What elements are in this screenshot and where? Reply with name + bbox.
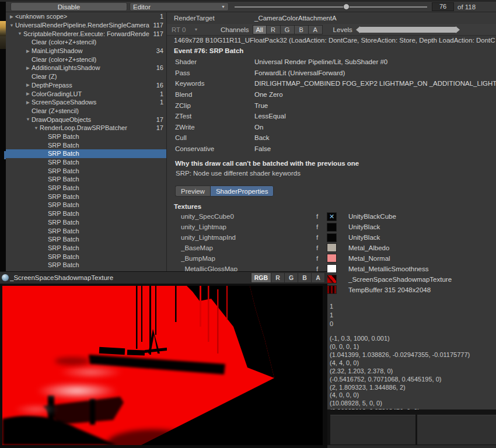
tree-row-label: <unknown scope> [15, 13, 158, 20]
frame-slider[interactable] [235, 3, 427, 11]
tree-row-label: SRP Batch [48, 167, 161, 174]
tree-row[interactable]: SRP Batch [6, 218, 166, 227]
tree-row[interactable]: SRP Batch [6, 209, 166, 218]
tree-row[interactable]: SRP Batch [6, 184, 166, 192]
texture-thumbnail[interactable]: ✕ [327, 212, 337, 221]
foldout-collapsed-icon[interactable]: ▶ [25, 65, 32, 71]
event-title: Event #76: SRP Batch [167, 46, 496, 57]
tree-row[interactable]: ▶ColorGradingLUT1 [6, 89, 166, 98]
frame-number-field[interactable]: 76 [432, 2, 454, 11]
texture-row[interactable]: _BumpMapfMetal_Normal [167, 253, 496, 264]
frame-debugger-toolbar: Disable Editor ▼ 76 of 118 [6, 2, 496, 12]
tree-row[interactable]: SRP Batch [6, 226, 166, 235]
channel-button-b[interactable]: B [298, 272, 312, 283]
levels-slider-max-handle[interactable] [456, 26, 460, 33]
float-value: 1 [330, 302, 496, 311]
foldout-expanded-icon[interactable]: ▼ [16, 31, 23, 36]
texture-format-flag: f [316, 255, 327, 262]
channel-button-a[interactable]: A [309, 25, 323, 34]
disable-button[interactable]: Disable [11, 2, 127, 11]
tree-row[interactable]: SRP Batch [6, 149, 166, 158]
tree-row-label: MainLightShadow [32, 47, 154, 54]
foldout-collapsed-icon[interactable]: ▶ [8, 14, 15, 19]
tree-row[interactable]: Clear (Z+stencil) [6, 107, 166, 116]
texture-thumbnail[interactable] [327, 223, 337, 232]
tree-row[interactable]: ▼UniversalRenderPipeline.RenderSingleCam… [6, 21, 166, 30]
foldout-expanded-icon[interactable]: ▼ [33, 125, 40, 131]
foldout-expanded-icon[interactable]: ▼ [8, 23, 15, 28]
tree-row[interactable]: Clear (color+Z+stencil) [6, 55, 166, 64]
foldout-collapsed-icon[interactable]: ▶ [25, 48, 32, 54]
tree-row[interactable]: ▶MainLightShadow34 [6, 47, 166, 55]
detail-tabs: PreviewShaderProperties [175, 186, 496, 197]
tree-row[interactable]: SRP Batch [6, 252, 166, 261]
channel-button-r[interactable]: R [271, 272, 285, 283]
tree-row[interactable]: ▶ScreenSpaceShadows1 [6, 98, 166, 107]
frame-slider-handle[interactable] [343, 4, 350, 10]
texture-thumbnail[interactable] [327, 285, 337, 294]
tree-row[interactable]: SRP Batch [6, 141, 166, 149]
tree-row-label: SRP Batch [48, 142, 161, 149]
vector-value: (1.041399, 1.038826, -0.02947355, -0.011… [330, 351, 496, 359]
levels-slider-range[interactable] [359, 27, 456, 33]
tree-row[interactable]: SRP Batch [6, 166, 166, 175]
channel-button-all[interactable]: All [253, 25, 267, 34]
texture-thumbnail[interactable] [327, 264, 337, 273]
vectors-block: (-1, 0.3, 1000, 0.001)(0, 0, 0, 1)(1.041… [330, 335, 496, 416]
channel-button-g[interactable]: G [285, 272, 298, 283]
float-value: 1 [330, 311, 496, 320]
texture-row[interactable]: unity_LightmapfUnityBlack [167, 222, 496, 232]
tree-row[interactable]: SRP Batch [6, 175, 166, 184]
tree-row[interactable]: SRP Batch [6, 201, 166, 209]
tab-preview[interactable]: Preview [175, 186, 210, 197]
tree-row[interactable]: ▼ScriptableRenderer.Execute: ForwardRend… [6, 29, 166, 38]
backdrop-wood-texture [0, 21, 6, 36]
levels-slider[interactable] [356, 26, 460, 33]
tree-row[interactable]: SRP Batch [6, 192, 166, 201]
foldout-collapsed-icon[interactable]: ▶ [25, 100, 32, 105]
target-dropdown[interactable]: Editor ▼ [130, 2, 229, 11]
texture-thumbnail[interactable] [327, 254, 337, 262]
rt-index-dropdown[interactable]: RT 0 ▼ [172, 26, 204, 33]
property-row: ShaderUniversal Render Pipeline/Lit, Sub… [167, 57, 496, 68]
selection-bleed [4, 151, 6, 159]
foldout-expanded-icon[interactable]: ▼ [25, 117, 32, 122]
channel-button-r[interactable]: R [267, 25, 281, 34]
tree-row[interactable]: SRP Batch [6, 132, 166, 141]
foldout-collapsed-icon[interactable]: ▶ [25, 91, 32, 96]
tree-row[interactable]: SRP Batch [6, 261, 166, 270]
channel-button-b[interactable]: B [295, 25, 309, 34]
channel-button-g[interactable]: G [281, 25, 295, 34]
texture-row[interactable]: _BaseMapfMetal_Albedo [167, 243, 496, 253]
rt-index-label: RT 0 [172, 26, 186, 33]
vector-value: (2.32, 1.203, 2.378, 0) [330, 368, 496, 376]
tree-row[interactable]: SRP Batch [6, 158, 166, 167]
property-value: Universal Render Pipeline/Lit, SubShader… [254, 58, 387, 65]
property-value: One Zero [254, 91, 283, 98]
tree-row[interactable]: Clear (color+Z+stencil) [6, 38, 166, 47]
texture-row[interactable]: unity_SpecCube0f✕UnityBlackCube [167, 211, 496, 222]
tree-row[interactable]: ▶AdditionalLightsShadow16 [6, 64, 166, 72]
texture-format-flag: f [316, 223, 327, 230]
tab-shaderproperties[interactable]: ShaderProperties [210, 186, 274, 197]
shadowmap-preview-image[interactable] [0, 284, 327, 448]
channel-button-rgb[interactable]: RGB [251, 272, 271, 283]
tree-row[interactable]: Clear (Z) [6, 72, 166, 81]
tree-row[interactable]: SRP Batch [6, 244, 166, 253]
tree-row[interactable]: ▶DepthPrepass16 [6, 81, 166, 90]
channel-button-a[interactable]: A [312, 272, 325, 283]
foldout-collapsed-icon[interactable]: ▶ [25, 82, 32, 88]
scene-view-backdrop [0, 0, 6, 271]
texture-thumbnail[interactable] [327, 233, 337, 242]
tree-row[interactable]: ▼RenderLoop.DrawSRPBatcher17 [6, 124, 166, 132]
texture-row[interactable]: unity_LightmapIndfUnityBlack [167, 232, 496, 243]
tree-row[interactable]: SRP Batch [6, 235, 166, 244]
tree-row-label: SRP Batch [48, 133, 161, 140]
tree-row[interactable]: ▼DrawOpaqueObjects17 [6, 115, 166, 124]
texture-thumbnail[interactable] [327, 243, 337, 252]
batch-break-section: Why this draw call can't be batched with… [167, 158, 496, 178]
render-target-label: RenderTarget [174, 15, 254, 22]
tree-row[interactable]: ▶<unknown scope>1 [6, 12, 166, 21]
texture-preview-titlebar[interactable]: _ScreenSpaceShadowmapTexture RGBRGBA [0, 271, 327, 284]
texture-thumbnail[interactable] [327, 275, 337, 284]
